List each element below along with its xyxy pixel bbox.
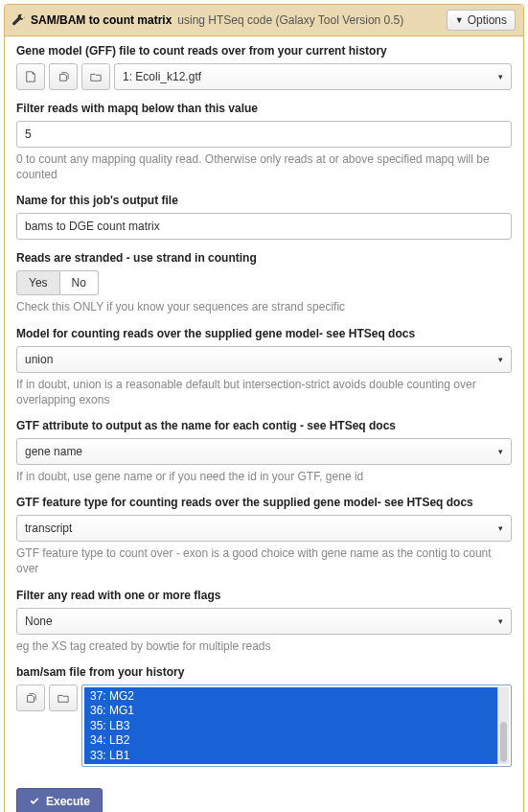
jobname-label: Name for this job's output file xyxy=(16,194,512,207)
gtf-feat-select-value: transcript xyxy=(25,522,72,535)
gtf-feat-select[interactable]: transcript ▾ xyxy=(16,515,512,542)
caret-down-icon: ▾ xyxy=(498,355,503,364)
single-dataset-button[interactable] xyxy=(16,63,45,90)
flags-select-value: None xyxy=(25,615,53,628)
gtf-feat-help: GTF feature type to count over - exon is… xyxy=(16,545,512,576)
gtf-attr-select-value: gene name xyxy=(25,445,82,458)
collection-button[interactable] xyxy=(49,684,78,711)
bam-option[interactable]: 35: LB3 xyxy=(90,719,492,734)
tool-subtitle: using HTSeq code (Galaxy Tool Version 0.… xyxy=(177,13,403,27)
caret-down-icon: ▾ xyxy=(498,616,503,626)
gtf-attr-select[interactable]: gene name ▾ xyxy=(16,438,512,465)
caret-down-icon: ▾ xyxy=(498,72,503,81)
tool-header: SAM/BAM to count matrix using HTSeq code… xyxy=(5,5,523,36)
model-select-value: union xyxy=(25,353,53,366)
stranded-no-button[interactable]: No xyxy=(60,270,99,295)
caret-down-icon: ▾ xyxy=(498,523,503,533)
flags-help: eg the XS tag created by bowtie for mult… xyxy=(16,638,512,654)
multi-dataset-button[interactable] xyxy=(16,684,45,711)
gtf-attr-label: GTF attribute to output as the name for … xyxy=(16,419,512,432)
bam-option[interactable]: 33: LB1 xyxy=(90,749,492,764)
gff-select-value: 1: Ecoli_k12.gtf xyxy=(123,70,201,83)
check-icon xyxy=(29,796,40,807)
bam-scroll-thumb[interactable] xyxy=(500,722,507,762)
caret-down-icon: ▼ xyxy=(455,15,464,25)
bam-multi-select[interactable]: 37: MG236: MG135: LB334: LB233: LB1 xyxy=(81,684,512,767)
flags-label: Filter any read with one or more flags xyxy=(16,589,512,602)
mapq-help: 0 to count any mapping quality read. Oth… xyxy=(16,151,512,182)
options-button[interactable]: ▼ Options xyxy=(447,10,516,31)
mapq-label: Filter reads with mapq below than this v… xyxy=(16,102,512,115)
options-label: Options xyxy=(468,13,507,27)
bam-option[interactable]: 37: MG2 xyxy=(90,689,492,705)
tool-title: SAM/BAM to count matrix xyxy=(31,13,172,27)
stranded-help: Check this ONLY if you know your sequenc… xyxy=(16,299,512,314)
gff-label: Gene model (GFF) file to count reads ove… xyxy=(16,44,512,58)
multi-dataset-button[interactable] xyxy=(49,63,78,90)
jobname-input[interactable] xyxy=(16,213,512,240)
gtf-feat-label: GTF feature type for counting reads over… xyxy=(16,496,512,509)
model-select[interactable]: union ▾ xyxy=(16,346,512,373)
model-help: If in doubt, union is a reasonable defau… xyxy=(16,377,512,407)
gtf-attr-help: If in doubt, use gene name or if you nee… xyxy=(16,469,512,484)
collection-button[interactable] xyxy=(81,63,110,90)
bam-option[interactable]: 34: LB2 xyxy=(90,733,492,749)
caret-down-icon: ▾ xyxy=(498,447,503,456)
bam-label: bam/sam file from your history xyxy=(16,665,512,679)
execute-label: Execute xyxy=(46,795,90,808)
model-label: Model for counting reads over the suppli… xyxy=(16,327,512,340)
wrench-icon xyxy=(12,14,25,27)
stranded-yes-button[interactable]: Yes xyxy=(16,270,60,295)
bam-scrollbar[interactable] xyxy=(497,687,509,764)
bam-option[interactable]: 36: MG1 xyxy=(90,704,492,719)
mapq-input[interactable] xyxy=(16,121,512,148)
execute-button[interactable]: Execute xyxy=(16,788,103,812)
flags-select[interactable]: None ▾ xyxy=(16,608,512,635)
stranded-label: Reads are stranded - use strand in count… xyxy=(16,251,512,265)
gff-select[interactable]: 1: Ecoli_k12.gtf ▾ xyxy=(114,63,512,90)
